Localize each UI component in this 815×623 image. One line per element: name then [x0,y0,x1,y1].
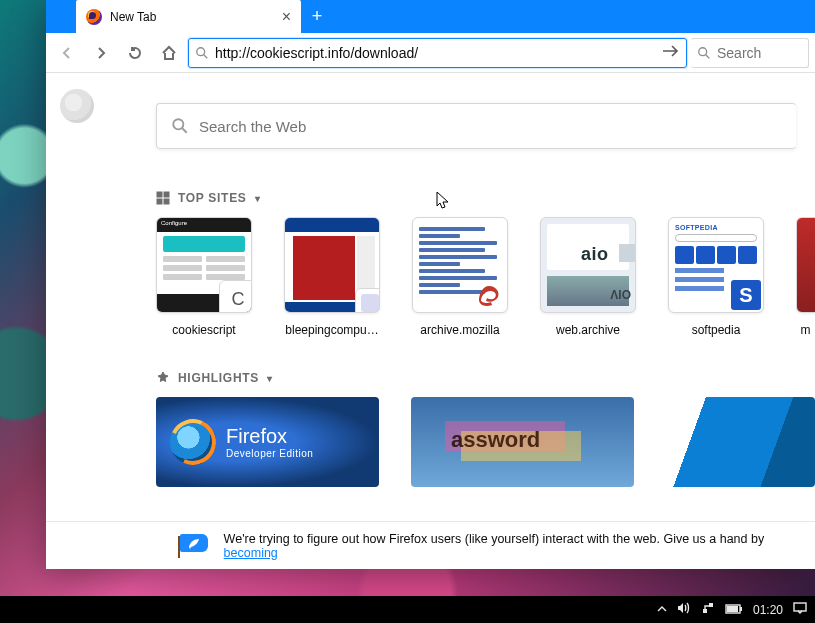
topsite-label: archive.mozilla [412,323,508,337]
new-tab-button[interactable]: + [301,0,333,33]
search-icon [697,46,711,60]
newtab-search-input[interactable] [199,118,782,135]
highlight-title: Firefox [226,425,313,448]
chevron-down-icon: ▾ [255,193,261,204]
svg-line-1 [204,54,208,58]
taskbar[interactable]: 01:20 [0,596,815,623]
top-sites-label: TOP SITES [178,191,247,205]
close-icon[interactable]: × [282,9,291,25]
topsite-label: m [796,323,815,337]
svg-line-3 [706,54,710,58]
back-button[interactable] [52,38,82,68]
highlight-subtitle: Developer Edition [226,448,313,459]
notifications-icon[interactable] [793,602,807,617]
top-sites-tiles: Configure C cookiescript b [156,217,815,337]
svg-rect-13 [740,607,742,611]
newtab-search-bar[interactable] [156,103,796,149]
firefox-logo-icon [170,419,216,465]
topsite-label: bleepingcompu… [284,323,380,337]
svg-point-4 [173,119,183,129]
search-icon [171,117,189,135]
highlights-section: HIGHLIGHTS ▾ Firefox Developer Edition a… [156,371,815,487]
svg-rect-6 [157,192,162,197]
svg-line-5 [182,128,187,133]
topsite-label: cookiescript [156,323,252,337]
reload-button[interactable] [120,38,150,68]
snippet-text: We're trying to figure out how Firefox u… [224,532,815,560]
svg-rect-9 [164,199,169,204]
home-button[interactable] [154,38,184,68]
highlights-tiles: Firefox Developer Edition assword [156,397,815,487]
tab-strip: New Tab × + [46,0,815,33]
go-arrow-icon[interactable] [662,44,680,62]
svg-rect-15 [794,603,806,611]
nav-toolbar [46,33,815,73]
flag-rocket-icon [176,534,210,558]
topsite-label: web.archive [540,323,636,337]
firefox-favicon [86,9,102,25]
topsite-tile[interactable]: aio ΛIO web.archive [540,217,636,337]
topsite-thumbnail [284,217,380,313]
search-bar[interactable] [691,38,809,68]
highlight-tile[interactable] [666,397,815,487]
search-input[interactable] [717,45,815,61]
top-sites-header[interactable]: TOP SITES ▾ [156,191,815,205]
topsite-label: softpedia [668,323,764,337]
battery-icon[interactable] [725,603,743,617]
volume-icon[interactable] [677,602,691,617]
topsite-thumbnail: Configure C [156,217,252,313]
system-tray: 01:20 [657,602,807,617]
highlights-label: HIGHLIGHTS [178,371,259,385]
svg-rect-10 [703,609,707,613]
svg-rect-14 [727,606,738,612]
firefox-watermark-icon [60,89,94,123]
search-icon [195,46,209,60]
url-bar[interactable] [188,38,687,68]
highlight-tile[interactable]: assword [411,397,634,487]
topsite-thumbnail [412,217,508,313]
highlight-tile[interactable]: Firefox Developer Edition [156,397,379,487]
svg-point-0 [197,47,205,55]
topsite-thumbnail: aio ΛIO [540,217,636,313]
topsite-thumbnail [796,217,815,313]
snippet-bar: We're trying to figure out how Firefox u… [46,521,815,569]
forward-button[interactable] [86,38,116,68]
sparkle-icon [156,371,170,385]
topsite-tile[interactable]: archive.mozilla [412,217,508,337]
tray-expand-icon[interactable] [657,603,667,617]
svg-point-2 [699,47,707,55]
chevron-down-icon: ▾ [267,373,273,384]
svg-rect-7 [164,192,169,197]
grid-icon [156,191,170,205]
svg-rect-8 [157,199,162,204]
browser-window: New Tab × + [46,0,815,569]
url-input[interactable] [215,45,656,61]
top-sites-section: TOP SITES ▾ Configure C cookiescript [156,191,815,337]
highlights-header[interactable]: HIGHLIGHTS ▾ [156,371,815,385]
fedora-icon [477,282,505,310]
topsite-tile[interactable]: SOFTPEDIA S softpedia [668,217,764,337]
tab-title: New Tab [110,10,274,24]
topsite-thumbnail: SOFTPEDIA S [668,217,764,313]
topsite-tile[interactable]: bleepingcompu… [284,217,380,337]
topsite-tile[interactable]: m [796,217,815,337]
network-icon[interactable] [701,602,715,617]
snippet-link[interactable]: becoming [224,546,278,560]
tab-new-tab[interactable]: New Tab × [76,0,301,33]
topsite-tile[interactable]: Configure C cookiescript [156,217,252,337]
content-area: TOP SITES ▾ Configure C cookiescript [46,73,815,569]
taskbar-clock[interactable]: 01:20 [753,603,783,617]
